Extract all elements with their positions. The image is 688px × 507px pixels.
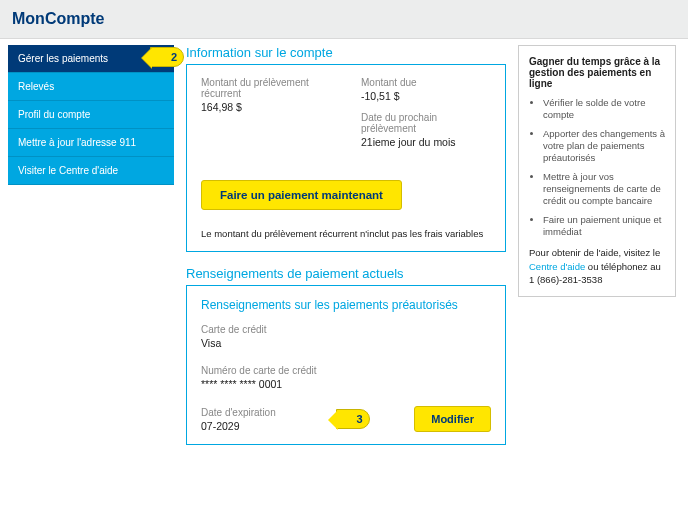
help-contact: Pour obtenir de l'aide, visitez le Centr… — [529, 246, 665, 286]
help-bullet: Mettre à jour vos renseignements de cart… — [543, 171, 665, 208]
sidebar-item-help-center[interactable]: Visiter le Centre d'aide — [8, 157, 174, 185]
layout: Gérer les paiements 2 Relevés Profil du … — [0, 39, 688, 465]
amount-due-label: Montant due — [361, 77, 491, 88]
sidebar-item-profile[interactable]: Profil du compte — [8, 101, 174, 129]
payment-details-card: Renseignements sur les paiements préauto… — [186, 285, 506, 445]
sidebar-item-label: Relevés — [18, 81, 54, 92]
preauth-title: Renseignements sur les paiements préauto… — [201, 298, 491, 312]
card-type-block: Carte de crédit Visa — [201, 324, 491, 349]
info-grid: Montant du prélèvement récurrent 164,98 … — [201, 77, 491, 158]
help-bullet: Apporter des changements à votre plan de… — [543, 128, 665, 165]
sidebar-item-label: Profil du compte — [18, 109, 90, 120]
sidebar-item-update-911[interactable]: Mettre à jour l'adresse 911 — [8, 129, 174, 157]
help-panel: Gagner du temps grâce à la gestion des p… — [518, 45, 676, 297]
annotation-2: 2 — [150, 47, 184, 67]
modify-button[interactable]: Modifier — [414, 406, 491, 432]
sidebar-item-manage-payments[interactable]: Gérer les paiements 2 — [8, 45, 174, 73]
help-card: Gagner du temps grâce à la gestion des p… — [518, 45, 676, 297]
expiry-label: Date d'expiration — [201, 407, 276, 418]
account-info-card: Montant du prélèvement récurrent 164,98 … — [186, 64, 506, 252]
main-content: Information sur le compte Montant du pré… — [186, 45, 506, 459]
account-info-title: Information sur le compte — [186, 45, 506, 60]
card-type-label: Carte de crédit — [201, 324, 491, 335]
help-prefix: Pour obtenir de l'aide, visitez le — [529, 247, 660, 258]
amount-due-value: -10,51 $ — [361, 90, 491, 102]
payment-details-title: Renseignements de paiement actuels — [186, 266, 506, 281]
expiry-block: Date d'expiration 07-2029 — [201, 407, 276, 432]
help-center-link[interactable]: Centre d'aide — [529, 261, 585, 272]
annotation-3: 3 — [336, 409, 370, 429]
page-title: MonCompte — [12, 10, 676, 28]
help-title: Gagner du temps grâce à la gestion des p… — [529, 56, 665, 89]
info-col-left: Montant du prélèvement récurrent 164,98 … — [201, 77, 331, 158]
help-bullets: Vérifier le solde de votre compte Apport… — [529, 97, 665, 238]
card-number-value: **** **** **** 0001 — [201, 378, 491, 390]
sidebar-item-label: Mettre à jour l'adresse 911 — [18, 137, 136, 148]
help-bullet: Vérifier le solde de votre compte — [543, 97, 665, 122]
help-phone: 1 (866)-281-3538 — [529, 274, 602, 285]
card-number-label: Numéro de carte de crédit — [201, 365, 491, 376]
sidebar-item-statements[interactable]: Relevés — [8, 73, 174, 101]
expiry-row: Date d'expiration 07-2029 3 Modifier — [201, 406, 491, 432]
expiry-value: 07-2029 — [201, 420, 276, 432]
pay-now-button[interactable]: Faire un paiement maintenant — [201, 180, 402, 210]
card-type-value: Visa — [201, 337, 491, 349]
card-number-block: Numéro de carte de crédit **** **** ****… — [201, 365, 491, 390]
sidebar-item-label: Visiter le Centre d'aide — [18, 165, 118, 176]
next-withdraw-label: Date du prochain prélèvement — [361, 112, 491, 134]
header: MonCompte — [0, 0, 688, 39]
info-col-right: Montant due -10,51 $ Date du prochain pr… — [361, 77, 491, 158]
help-bullet: Faire un paiement unique et immédiat — [543, 214, 665, 239]
next-withdraw-value: 21ieme jour du mois — [361, 136, 491, 148]
recurring-amount-value: 164,98 $ — [201, 101, 331, 113]
sidebar: Gérer les paiements 2 Relevés Profil du … — [8, 45, 174, 185]
recurring-amount-label: Montant du prélèvement récurrent — [201, 77, 331, 99]
recurring-note: Le montant du prélèvement récurrent n'in… — [201, 228, 491, 239]
sidebar-item-label: Gérer les paiements — [18, 53, 108, 64]
help-suffix: ou téléphonez au — [585, 261, 661, 272]
